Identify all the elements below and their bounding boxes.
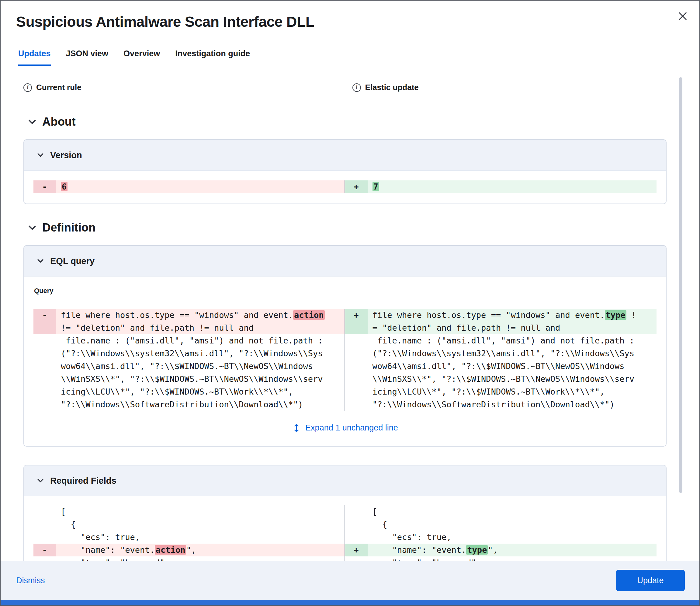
diff-gutter [33,505,56,518]
removed-token: 6 [61,182,68,191]
code-text: "?:\\Windows\\SoftwareDistribution\\Down… [368,398,615,411]
code-line: icing\\LCU\\*", "?:\\$WINDOWS.~BT\\Work\… [33,386,344,398]
tab-overview[interactable]: Overview [123,49,160,66]
diff-gutter [345,386,368,398]
diff-gutter [33,373,56,386]
chevron-down-icon [36,257,45,265]
diff-gutter [345,398,368,411]
tab-updates[interactable]: Updates [18,49,51,66]
code-text: wow64\\amsi.dll", "?:\\$WINDOWS.~BT\\New… [368,360,625,373]
diff-gutter [345,505,368,518]
code-text: icing\\LCU\\*", "?:\\$WINDOWS.~BT\\Work\… [56,386,293,398]
code-line: [ [33,505,344,518]
diff-line-removed: != "deletion" and file.path != null and [33,322,344,334]
rule-update-flyout: Suspicious Antimalware Scan Interface DL… [0,0,700,606]
diff-gutter-plus: + [345,180,368,193]
expand-link-label: Expand 1 unchanged line [305,423,398,433]
code-text: icing\\LCU\\*", "?:\\$WINDOWS.~BT\\Work\… [368,386,605,398]
elastic-update-column-header: i Elastic update [345,83,667,92]
update-button[interactable]: Update [616,570,685,591]
info-icon[interactable]: i [353,83,361,92]
expand-unchanged-lines-button[interactable]: Expand 1 unchanged line [33,423,656,433]
tab-investigation-guide[interactable]: Investigation guide [175,49,250,66]
code-line: "ecs": true, [345,531,657,544]
code-text: "ecs": true, [56,531,140,544]
removed-token: action [155,545,186,555]
diff-line-removed: - "name": "event.action", [33,544,344,556]
diff-line-removed: - 6 [33,180,344,193]
info-icon[interactable]: i [23,83,32,92]
diff-gutter-minus: - [33,309,56,322]
code-text: "name": "event. [61,545,155,555]
eql-diff-current: - file where host.os.type == "windows" a… [33,309,345,411]
diff-gutter-plus: + [345,309,368,322]
diff-gutter [345,531,368,544]
code-text: ", [186,545,196,555]
close-icon[interactable] [674,8,691,24]
code-text: "?:\\Windows\\SoftwareDistribution\\Down… [56,398,303,411]
code-text: ! [626,310,636,320]
code-text: file where host.os.type == "windows" and… [61,310,293,320]
diff-gutter [345,373,368,386]
elastic-update-label: Elastic update [365,83,419,92]
diff-gutter [33,518,56,531]
diff-gutter [33,398,56,411]
required-fields-diff: [ { "ecs": true, - "name": "event.action… [24,496,666,569]
version-panel-title: Version [50,150,82,160]
diff-gutter [33,347,56,360]
current-rule-column-header: i Current rule [23,83,345,92]
definition-section-title: Definition [42,221,95,234]
code-text: [ [368,505,377,518]
code-line: { [33,518,344,531]
code-line: file.name : ("amsi.dll", "amsi") and not… [345,334,657,347]
code-line: \\WinSXS\\*", "?:\\$WINDOWS.~BT\\NewOS\\… [33,373,344,386]
eql-diff-update: + file where host.os.type == "windows" a… [345,309,657,411]
chevron-down-icon [36,151,45,159]
diff-gutter-minus: - [33,544,56,556]
diff-column-headers: i Current rule i Elastic update [23,83,667,92]
definition-section-toggle[interactable]: Definition [27,221,667,234]
diff-gutter [33,386,56,398]
code-text: \\WinSXS\\*", "?:\\$WINDOWS.~BT\\NewOS\\… [56,373,323,386]
diff-gutter [33,334,56,347]
current-rule-label: Current rule [36,83,81,92]
required-fields-accordion-toggle[interactable]: Required Fields [24,465,666,496]
code-text: "ecs": true, [368,531,452,544]
about-section-toggle[interactable]: About [27,115,667,129]
code-text: ", [488,545,498,555]
diff-gutter-plus: + [345,544,368,556]
added-token: 7 [372,182,379,191]
code-text: \\WinSXS\\*", "?:\\$WINDOWS.~BT\\NewOS\\… [368,373,635,386]
diff-content: i Current rule i Elastic update About Ve… [1,66,699,570]
diff-line-added: + "name": "event.type", [345,544,657,556]
added-token: type [605,310,626,320]
code-line: ("?:\\Windows\\system32\\amsi.dll", "?:\… [33,347,344,360]
version-diff-update: + 7 [345,180,657,193]
expand-icon [292,423,301,433]
removed-token: action [293,310,325,320]
version-accordion-toggle[interactable]: Version [24,140,666,171]
code-text: = "deletion" and file.path != null and [368,322,560,334]
diff-gutter [345,518,368,531]
code-text: { [56,518,76,531]
diff-gutter-minus: - [33,180,56,193]
diff-gutter [33,322,56,334]
scrollbar-thumb[interactable] [679,77,682,493]
tab-json-view[interactable]: JSON view [66,49,108,66]
version-panel: Version - 6 + 7 [23,139,667,204]
required-fields-panel: Required Fields [ { "ecs": true, - "name… [23,465,667,570]
diff-gutter [345,347,368,360]
query-label: Query [34,287,656,295]
eql-query-accordion-toggle[interactable]: EQL query [24,246,666,277]
chevron-down-icon [36,476,45,485]
diff-line-added: = "deletion" and file.path != null and [345,322,657,334]
dismiss-button[interactable]: Dismiss [16,576,45,585]
flyout-footer: Dismiss Update [1,561,699,600]
diff-gutter [33,531,56,544]
code-line: [ [345,505,657,518]
diff-gutter [33,360,56,373]
code-line: wow64\\amsi.dll", "?:\\$WINDOWS.~BT\\New… [33,360,344,373]
code-text: [ [56,505,66,518]
added-token: type [466,545,488,555]
eql-query-diff: Query - file where host.os.type == "wind… [24,277,666,446]
